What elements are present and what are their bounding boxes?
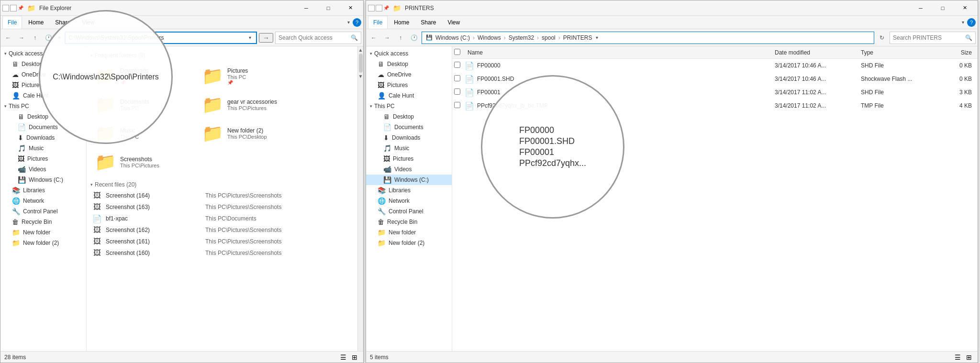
recent-item-2[interactable]: 📄 bf1-xpac This PC\Documents [90,213,354,224]
scroll-down-left[interactable]: ▼ [358,74,363,79]
back-button-left[interactable]: ← [2,32,14,44]
sidebar-newfolder-left[interactable]: 📁 New folder [0,227,86,238]
folder-music[interactable]: 📁 Music This PC [90,120,196,147]
folder-screenshots[interactable]: 📁 Screenshots This PC\Pictures [90,149,196,176]
folder-newfolder2-freq[interactable]: 📁 New folder (2) This PC\Desktop [198,120,303,147]
breadcrumb-printers[interactable]: PRINTERS [563,34,592,41]
breadcrumb-winc[interactable]: Windows (C:) [435,34,470,41]
scroll-thumb-left[interactable] [359,54,363,73]
breadcrumb-windows[interactable]: Windows [478,34,501,41]
up-button-left[interactable]: ↑ [29,32,41,44]
sidebar-network-left[interactable]: 🌐 Network [0,196,86,206]
file-checkbox-1[interactable] [454,75,464,83]
sidebar-item-calehunt-right[interactable]: 👤 Cale Hunt [366,90,452,101]
sidebar-controlpanel-left[interactable]: 🔧 Control Panel [0,206,86,217]
sidebar-recyclebin-left[interactable]: 🗑 Recycle Bin [0,217,86,227]
sidebar-thispc-videos-left[interactable]: 📹 Videos [0,164,86,175]
search-input-left[interactable] [278,34,349,41]
freq-folders-header[interactable]: ▾ Frequent folders (8) [90,50,354,61]
sidebar-thispc-desktop-left[interactable]: 🖥 Desktop [0,111,86,122]
up-button-right[interactable]: ↑ [395,32,406,44]
forward-button-left[interactable]: → [16,32,27,44]
sidebar-item-desktop-right[interactable]: 🖥 Desktop [366,59,452,69]
select-all-checkbox[interactable] [454,49,460,55]
file-row-0[interactable]: 📄 FP00000 3/14/2017 10:46 A... SHD File … [452,59,978,72]
go-button-left[interactable]: → [259,33,273,43]
tab-home-left[interactable]: Home [23,16,49,29]
tab-view-right[interactable]: View [442,16,465,29]
search-box-left[interactable]: 🔍 [275,32,361,44]
scrollbar-left[interactable]: ▲ ▼ [357,46,363,351]
ribbon-chevron-right[interactable]: ▾ [962,20,964,25]
sidebar-thispc-documents-right[interactable]: 📄 Documents [366,122,452,132]
sidebar-newfolder2-right[interactable]: 📁 New folder (2) [366,238,452,248]
header-checkbox[interactable] [454,49,464,56]
sidebar-thispc-documents-left[interactable]: 📄 Documents [0,122,86,132]
col-name[interactable]: Name [464,49,775,56]
forward-button-right[interactable]: → [381,32,393,44]
minimize-button-left[interactable]: ─ [295,0,317,16]
sidebar-network-right[interactable]: 🌐 Network [366,196,452,206]
sidebar-newfolder-right[interactable]: 📁 New folder [366,227,452,238]
sidebar-thispc-pictures-left[interactable]: 🖼 Pictures [0,154,86,164]
recent-item-4[interactable]: 🖼 Screenshot (161) This PC\Pictures\Scre… [90,236,354,247]
list-view-btn-right[interactable]: ☰ [953,352,962,362]
sidebar-thispc-windows-left[interactable]: 💾 Windows (C:) [0,175,86,185]
sidebar-thispc-desktop-right[interactable]: 🖥 Desktop [366,111,452,122]
close-button-right[interactable]: ✕ [954,0,976,16]
sidebar-item-onedrive-right[interactable]: ☁ OneDrive [366,69,452,80]
tab-file-right[interactable]: File [368,16,388,29]
maximize-button-left[interactable]: □ [317,0,339,16]
search-input-right[interactable] [893,34,963,41]
file-checkbox-0[interactable] [454,62,464,69]
recent-files-header[interactable]: ▾ Recent files (20) [90,177,354,190]
sidebar-thispc-music-right[interactable]: 🎵 Music [366,143,452,154]
recent-item-3[interactable]: 🖼 Screenshot (162) This PC\Pictures\Scre… [90,224,354,236]
tab-share-left[interactable]: Share [50,16,76,29]
sidebar-item-desktop-left[interactable]: 🖥 Desktop [0,59,86,69]
sidebar-item-onedrive-left[interactable]: ☁ OneDrive [0,69,86,80]
sidebar-thispc-music-left[interactable]: 🎵 Music [0,143,86,154]
folder-pictures[interactable]: 📁 Pictures This PC 📌 [198,63,303,89]
maximize-button-right[interactable]: □ [932,0,954,16]
folder-gearvr[interactable]: 📁 gear vr accessories This PC\Pictures [198,91,303,118]
file-checkbox-2[interactable] [454,88,464,96]
sidebar-item-pictures-left[interactable]: 🖼 Pictures [0,80,86,90]
quick-access-header-right[interactable]: ▾ Quick access [366,48,452,59]
recent-item-5[interactable]: 🖼 Screenshot (160) This PC\Pictures\Scre… [90,247,354,259]
folder-documents[interactable]: 📁 Documents This PC [90,91,196,118]
tab-share-right[interactable]: Share [415,16,441,29]
tab-home-right[interactable]: Home [389,16,414,29]
help-button-right[interactable]: ? [967,18,976,27]
ribbon-chevron-left[interactable]: ▾ [347,20,350,25]
sidebar-libraries-left[interactable]: 📚 Libraries [0,185,86,196]
sidebar-libraries-right[interactable]: 📚 Libraries [366,185,452,196]
recent-button-right[interactable]: 🕐 [408,32,420,44]
recent-item-1[interactable]: 🖼 Screenshot (163) This PC\Pictures\Scre… [90,201,354,213]
scroll-up-left[interactable]: ▲ [358,47,363,53]
breadcrumb-spool[interactable]: spool [542,34,556,41]
search-box-right[interactable]: 🔍 [890,32,976,44]
help-button-left[interactable]: ? [353,18,361,27]
col-date[interactable]: Date modified [775,49,861,56]
sidebar-newfolder2-left[interactable]: 📁 New folder (2) [0,238,86,248]
back-button-right[interactable]: ← [368,32,379,44]
address-dropdown-left[interactable]: ▾ [247,35,253,40]
address-bar-right[interactable]: 💾 Windows (C:) › Windows › System32 › sp… [422,32,874,44]
grid-view-btn-right[interactable]: ⊞ [964,352,974,362]
file-row-3[interactable]: 📄 PPcf92cd7yqhx_jb_be.TMP 3/14/2017 11:0… [452,99,978,112]
address-dropdown-right[interactable]: ▾ [594,35,600,40]
minimize-button-right[interactable]: ─ [910,0,932,16]
grid-view-btn-left[interactable]: ⊞ [350,352,359,362]
thispc-header-left[interactable]: ▾ This PC [0,101,86,111]
sidebar-thispc-downloads-left[interactable]: ⬇ Downloads [0,132,86,143]
file-row-1[interactable]: 📄 FP00001.SHD 3/14/2017 10:46 A... Shock… [452,72,978,86]
close-button-left[interactable]: ✕ [339,0,361,16]
recent-button-left[interactable]: 🕐 [43,32,54,44]
tab-view-left[interactable]: View [77,16,100,29]
folder-downloads[interactable]: 📁 Downloads This PC 📌 [90,63,196,89]
sidebar-thispc-videos-right[interactable]: 📹 Videos [366,164,452,175]
file-checkbox-3[interactable] [454,102,464,110]
file-row-2[interactable]: 📄 FP00001 3/14/2017 11:02 A... SHD File … [452,86,978,99]
address-bar-left[interactable]: ▾ [65,32,257,44]
